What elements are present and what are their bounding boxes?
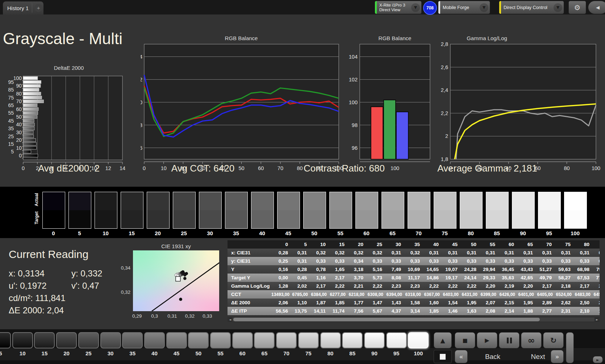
svg-text:102: 102 [349,77,358,82]
preset-level-button-70[interactable] [276,332,297,348]
strip-row-label-actual: Actual [34,195,39,206]
svg-text:85: 85 [8,87,14,93]
collapse-panel-button[interactable]: ◀ [588,1,605,14]
next-arrow-button[interactable]: » [551,350,564,363]
svg-text:96: 96 [141,145,142,151]
continuous-measure-button[interactable]: ∞ [521,332,542,348]
svg-text:100: 100 [391,165,399,171]
double-right-chevron-icon: » [555,353,559,360]
back-button[interactable]: Back [469,353,516,361]
cie-measurement-dot [185,272,188,275]
back-arrow-button[interactable]: « [455,350,468,363]
grayscale-swatch-95 [538,192,561,229]
table-cell: 6524,00 [554,292,573,297]
stop-button[interactable]: ■ [455,332,475,348]
preset-level-button-65[interactable] [254,332,275,348]
table-header-cell: 60 [497,242,516,247]
deltae-bar-10 [23,146,37,149]
swatch-level-label: 55 [329,230,351,236]
swatch-target-40 [251,210,274,228]
preset-level-button-15[interactable] [34,332,55,348]
play-button[interactable]: ▶ [477,332,497,348]
table-cell: 0,00 [271,275,290,280]
table-cell: 2,06 [271,300,290,305]
current-reading-u: u': 0,1972 [9,281,47,291]
preset-level-button-35[interactable] [122,332,143,348]
current-reading-v: v': 0,47 [71,281,99,291]
pause-button[interactable] [499,332,520,348]
preset-level-label: 60 [232,350,253,356]
deltae-bar-40 [23,123,34,126]
table-cell: 14,11 [309,308,328,314]
table-cell: 0,78 [309,267,328,272]
svg-text:55: 55 [8,110,14,116]
table-scroll-left-arrow[interactable]: ◄ [228,317,233,322]
table-cell: 0,31 [573,250,592,255]
preset-level-button-60[interactable] [232,332,253,348]
preset-level-button-75[interactable] [298,332,319,348]
scroll-up-icon[interactable]: ▲ [434,332,452,348]
swatch-target-100 [564,210,587,228]
table-cell: 0,31 [422,250,441,255]
meter-dropdown[interactable]: X-Rite i1Pro 3 Direct View ▼ [375,1,421,14]
corner-next-button[interactable]: ► [593,356,603,363]
deltae-bar-60 [23,107,38,111]
table-cell: 0,33 [366,258,384,264]
table-cell: 0,31 [497,250,516,255]
table-scrollbar-thumb[interactable] [233,318,540,321]
refresh-button[interactable]: ↻ [543,332,564,348]
preset-level-button-80[interactable] [320,332,341,348]
preset-level-button-30[interactable] [100,332,121,348]
table-cell: 0,33 [573,258,592,264]
preset-level-button-55[interactable] [210,332,231,348]
table-cell: 43,43 [516,267,535,272]
gear-icon[interactable]: ⚙ [569,1,586,14]
preset-level-button-90[interactable] [364,332,385,348]
tab-history-label: History 1 [3,5,29,11]
meter-count-badge[interactable]: 708 [423,1,437,15]
table-header-cell: 35 [403,242,422,247]
grayscale-swatch-80 [460,192,483,229]
table-cell: 3,18 [347,267,366,272]
table-cell: 6318,00 [403,292,422,297]
table-cell: 5,16 [366,267,384,272]
preset-level-label: 35 [122,350,143,356]
swatch-actual-5 [69,192,91,210]
preset-level-button-100[interactable] [408,332,429,348]
pattern-window-button[interactable] [434,350,452,363]
table-cell: 2,77 [535,308,554,314]
display-control-dropdown[interactable]: Direct Display Control ▼ [499,1,564,14]
preset-level-button-85[interactable] [342,332,363,348]
table-row-label: CCT [228,292,271,297]
strip-row-label-target: Target [34,213,39,224]
swatch-level-label: 90 [512,230,534,236]
swatch-target-90 [512,210,534,228]
table-cell: 1,87 [309,300,328,305]
infinity-icon: ∞ [528,335,535,346]
deltae-chart: 0510152025303540455055606570758085909510… [7,71,144,177]
preset-level-button-25[interactable] [78,332,99,348]
preset-level-button-50[interactable] [188,332,209,348]
preset-level-button-10[interactable] [12,332,33,348]
preset-level-button-40[interactable] [144,332,165,348]
swatch-target-5 [69,210,91,228]
table-cell: 6308,00 [366,292,384,297]
deltae-bar-30 [23,131,33,134]
source-dropdown[interactable]: Mobile Forge ▼ [438,1,490,14]
table-cell: 19,17 [441,275,460,280]
preset-level-button-20[interactable] [56,332,77,348]
preset-level-button-95[interactable] [386,332,407,348]
svg-text:80: 80 [16,91,22,97]
table-cell: 1,60 [422,300,441,305]
table-scroll-right-arrow[interactable]: ► [594,317,600,322]
swatch-actual-45 [278,192,300,210]
side-partial-button[interactable] [566,332,574,363]
table-header-cell: 25 [366,242,384,247]
preset-level-button-5[interactable] [0,332,11,348]
tab-history[interactable]: History 1 + [3,1,43,14]
add-tab-button[interactable]: + [34,4,42,12]
table-cell: 0,33 [422,258,441,264]
preset-level-button-45[interactable] [166,332,187,348]
stop-icon: ■ [462,337,467,344]
deltae-bar-90 [23,84,41,88]
